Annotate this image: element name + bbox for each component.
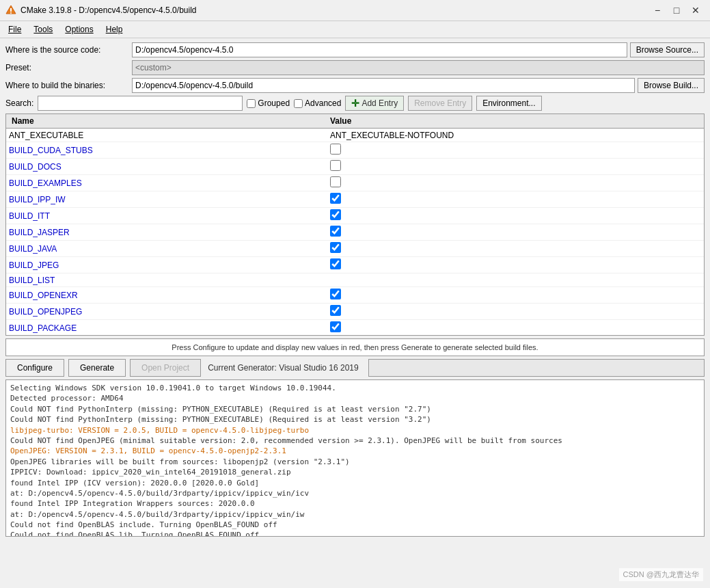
- row-name[interactable]: BUILD_LIST: [9, 276, 330, 285]
- row-checkbox[interactable]: [330, 160, 341, 171]
- table-row[interactable]: BUILD_EXAMPLES: [6, 175, 704, 191]
- table-row[interactable]: BUILD_OPENJPEG: [6, 304, 704, 320]
- log-line: found Intel IPP Integration Wrappers sou…: [10, 498, 700, 509]
- table-row[interactable]: BUILD_DOCS: [6, 159, 704, 175]
- row-name[interactable]: ANT_EXECUTABLE: [9, 131, 330, 140]
- grouped-checkbox-label[interactable]: Grouped: [247, 98, 290, 108]
- environment-button[interactable]: Environment...: [476, 96, 541, 111]
- row-value[interactable]: [330, 289, 701, 302]
- row-value: ANT_EXECUTABLE-NOTFOUND: [330, 131, 701, 140]
- log-line: Could not find OpenBLAS include. Turning…: [10, 520, 700, 530]
- table-row[interactable]: BUILD_JPEG: [6, 257, 704, 273]
- row-name[interactable]: BUILD_JPEG: [9, 260, 330, 270]
- preset-input: [132, 60, 705, 75]
- source-row: Where is the source code: Browse Source.…: [5, 42, 705, 57]
- row-checkbox[interactable]: [330, 209, 341, 220]
- browse-source-button[interactable]: Browse Source...: [630, 42, 705, 57]
- title-bar-controls: − □ ✕: [648, 3, 705, 18]
- build-row: Where to build the binaries: Browse Buil…: [5, 78, 705, 93]
- remove-entry-button[interactable]: Remove Entry: [408, 96, 472, 111]
- menu-item-options[interactable]: Options: [59, 23, 98, 36]
- table-row[interactable]: BUILD_PACKAGE: [6, 320, 704, 336]
- table-row[interactable]: BUILD_LIST: [6, 273, 704, 287]
- table-row[interactable]: BUILD_OPENEXR: [6, 287, 704, 304]
- table-body: ANT_EXECUTABLEANT_EXECUTABLE-NOTFOUNDBUI…: [6, 129, 704, 336]
- row-checkbox[interactable]: [330, 305, 341, 316]
- menu-item-tools[interactable]: Tools: [28, 23, 58, 36]
- row-value[interactable]: [330, 258, 701, 271]
- environment-label: Environment...: [482, 98, 535, 108]
- minimize-button[interactable]: −: [648, 3, 666, 18]
- title-bar: CMake 3.19.8 - D:/opencv4.5/opencv-4.5.0…: [0, 0, 710, 21]
- build-input[interactable]: [132, 78, 635, 93]
- row-checkbox[interactable]: [330, 193, 341, 204]
- advanced-checkbox-label[interactable]: Advanced: [294, 98, 341, 108]
- table-row[interactable]: BUILD_CUDA_STUBS: [6, 142, 704, 159]
- row-checkbox[interactable]: [330, 176, 341, 187]
- log-line: Could NOT find OpenJPEG (minimal suitabl…: [10, 436, 700, 446]
- maximize-button[interactable]: □: [668, 3, 685, 18]
- source-label: Where is the source code:: [5, 45, 132, 55]
- row-name[interactable]: BUILD_EXAMPLES: [9, 178, 330, 188]
- table-row[interactable]: BUILD_JASPER: [6, 224, 704, 241]
- row-name[interactable]: BUILD_OPENEXR: [9, 291, 330, 300]
- search-input[interactable]: [38, 96, 243, 111]
- row-name[interactable]: BUILD_PACKAGE: [9, 323, 330, 333]
- app-icon: [5, 5, 16, 16]
- row-value[interactable]: [330, 176, 701, 189]
- add-entry-button[interactable]: ✛ Add Entry: [345, 96, 404, 111]
- row-checkbox[interactable]: [330, 226, 341, 237]
- advanced-checkbox[interactable]: [294, 99, 303, 108]
- row-checkbox[interactable]: [330, 289, 341, 299]
- log-line: Selecting Windows SDK version 10.0.19041…: [10, 383, 700, 393]
- log-area[interactable]: Selecting Windows SDK version 10.0.19041…: [5, 379, 705, 537]
- browse-build-button[interactable]: Browse Build...: [638, 78, 705, 93]
- log-line: Could NOT find PythonInterp (missing: PY…: [10, 414, 700, 425]
- row-checkbox[interactable]: [330, 242, 341, 253]
- preset-row: Preset:: [5, 60, 705, 75]
- add-entry-label: Add Entry: [361, 98, 398, 108]
- menu-item-file[interactable]: File: [3, 23, 27, 36]
- row-value[interactable]: [330, 321, 701, 334]
- row-value[interactable]: [330, 193, 701, 206]
- row-value[interactable]: [330, 144, 701, 157]
- row-name[interactable]: BUILD_DOCS: [9, 162, 330, 172]
- button-row: Configure Generate Open Project Current …: [5, 359, 705, 377]
- row-checkbox[interactable]: [330, 321, 341, 332]
- generator-text: Current Generator: Visual Studio 16 2019: [208, 363, 359, 373]
- open-project-button[interactable]: Open Project: [130, 359, 201, 377]
- row-name[interactable]: BUILD_OPENJPEG: [9, 307, 330, 317]
- table-row[interactable]: BUILD_JAVA: [6, 241, 704, 257]
- status-bar: Press Configure to update and display ne…: [5, 338, 705, 356]
- row-checkbox[interactable]: [330, 258, 341, 269]
- row-name[interactable]: BUILD_ITT: [9, 211, 330, 221]
- row-value[interactable]: [330, 160, 701, 173]
- table-row[interactable]: BUILD_IPP_IW: [6, 191, 704, 208]
- source-input[interactable]: [132, 42, 627, 57]
- configure-button[interactable]: Configure: [5, 359, 64, 377]
- grouped-checkbox[interactable]: [247, 99, 256, 108]
- table-row[interactable]: ANT_EXECUTABLEANT_EXECUTABLE-NOTFOUND: [6, 129, 704, 142]
- value-column-header: Value: [330, 116, 701, 126]
- log-line: libjpeg-turbo: VERSION = 2.0.5, BUILD = …: [10, 425, 700, 436]
- generate-button[interactable]: Generate: [68, 359, 126, 377]
- row-name[interactable]: BUILD_JAVA: [9, 244, 330, 254]
- row-checkbox[interactable]: [330, 144, 341, 155]
- row-name[interactable]: BUILD_CUDA_STUBS: [9, 146, 330, 155]
- log-line: OpenJPEG: VERSION = 2.3.1, BUILD = openc…: [10, 446, 700, 456]
- row-value[interactable]: [330, 305, 701, 318]
- row-name[interactable]: BUILD_JASPER: [9, 228, 330, 237]
- progress-area: [368, 359, 705, 377]
- row-value[interactable]: [330, 209, 701, 222]
- close-button[interactable]: ✕: [687, 3, 705, 18]
- row-value[interactable]: [330, 226, 701, 239]
- svg-point-2: [10, 12, 12, 14]
- row-value[interactable]: [330, 242, 701, 255]
- cmake-table: Name Value ANT_EXECUTABLEANT_EXECUTABLE-…: [5, 113, 705, 336]
- build-label: Where to build the binaries:: [5, 81, 132, 90]
- row-name[interactable]: BUILD_IPP_IW: [9, 195, 330, 204]
- title-bar-left: CMake 3.19.8 - D:/opencv4.5/opencv-4.5.0…: [5, 5, 196, 16]
- table-row[interactable]: BUILD_ITT: [6, 208, 704, 224]
- search-label: Search:: [5, 98, 33, 108]
- menu-item-help[interactable]: Help: [100, 23, 128, 36]
